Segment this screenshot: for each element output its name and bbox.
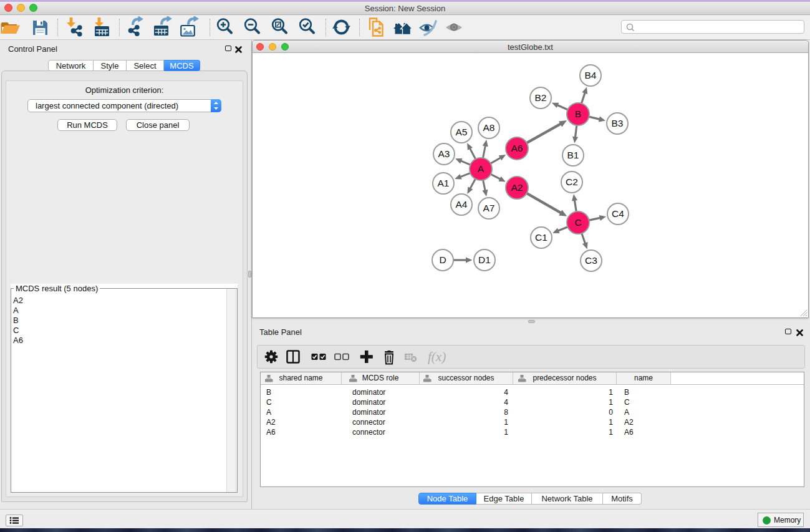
svg-text:A: A [478, 163, 485, 174]
svg-text:D1: D1 [478, 254, 491, 265]
svg-text:C3: C3 [585, 255, 597, 266]
svg-text:A5: A5 [456, 127, 468, 137]
svg-text:A6: A6 [511, 143, 523, 153]
svg-text:C2: C2 [566, 177, 578, 187]
svg-text:C: C [574, 217, 581, 228]
svg-text:A7: A7 [483, 203, 495, 213]
svg-text:A1: A1 [438, 178, 450, 188]
svg-text:B1: B1 [567, 150, 579, 160]
svg-text:D: D [439, 254, 446, 265]
svg-text:A3: A3 [438, 148, 450, 159]
svg-text:A8: A8 [483, 122, 495, 133]
svg-text:C1: C1 [535, 232, 547, 243]
svg-text:B4: B4 [585, 70, 597, 80]
svg-text:A4: A4 [456, 199, 468, 210]
svg-text:A2: A2 [511, 182, 523, 193]
svg-text:B3: B3 [612, 118, 624, 128]
svg-text:C4: C4 [612, 208, 624, 219]
svg-text:B2: B2 [535, 92, 547, 103]
svg-text:B: B [575, 109, 581, 119]
